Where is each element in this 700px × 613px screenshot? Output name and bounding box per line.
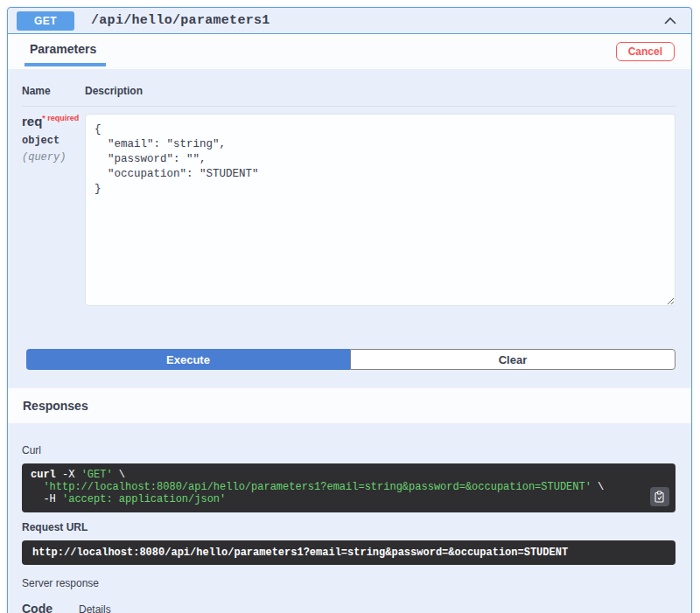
- method-badge: GET: [17, 11, 74, 31]
- parameter-description-cell: { "email": "string", "password": "", "oc…: [85, 114, 676, 310]
- server-response-table-header: Code Details: [22, 602, 676, 613]
- operation-summary[interactable]: GET /api/hello/parameters1: [8, 8, 691, 34]
- tab-bar: Parameters Cancel: [8, 34, 691, 69]
- clear-button[interactable]: Clear: [350, 349, 676, 370]
- curl-line-1: curl -X 'GET' \: [31, 469, 646, 481]
- execute-wrapper: Execute Clear: [26, 349, 676, 370]
- parameter-value-textarea[interactable]: { "email": "string", "password": "", "oc…: [85, 114, 676, 306]
- parameter-name-cell: req* required object (query): [22, 114, 85, 310]
- parameter-name: req* required: [22, 114, 85, 129]
- cancel-button[interactable]: Cancel: [616, 42, 675, 61]
- curl-label: Curl: [22, 444, 676, 456]
- chevron-up-icon[interactable]: [663, 17, 677, 25]
- tab-parameters[interactable]: Parameters: [24, 34, 106, 66]
- parameter-location: (query): [22, 151, 85, 164]
- execute-button[interactable]: Execute: [26, 349, 350, 370]
- parameters-section: Name Description req* required object (q…: [8, 69, 691, 388]
- responses-title: Responses: [23, 399, 88, 413]
- copy-to-clipboard-button[interactable]: [650, 487, 669, 506]
- operation-block-get: GET /api/hello/parameters1 Parameters Ca…: [7, 7, 692, 613]
- responses-section-header: Responses: [8, 388, 691, 423]
- server-response-label: Server response: [22, 577, 676, 589]
- column-header-details: Details: [79, 603, 111, 613]
- column-header-description: Description: [85, 85, 143, 97]
- clipboard-icon: [654, 491, 666, 503]
- curl-line-2: 'http://localhost:8080/api/hello/paramet…: [31, 481, 646, 493]
- responses-inner: Curl curl -X 'GET' \ 'http://localhost:8…: [8, 423, 691, 613]
- endpoint-path: /api/hello/parameters1: [91, 13, 270, 28]
- curl-command-block: curl -X 'GET' \ 'http://localhost:8080/a…: [22, 463, 676, 512]
- parameter-type: object: [22, 135, 85, 147]
- required-marker: * required: [42, 114, 79, 122]
- request-url-label: Request URL: [22, 521, 676, 533]
- curl-line-3: -H 'accept: application/json': [31, 493, 646, 505]
- column-header-name: Name: [22, 85, 85, 97]
- parameters-table-header: Name Description: [22, 85, 676, 107]
- column-header-code: Code: [22, 602, 79, 613]
- parameter-row: req* required object (query) { "email": …: [22, 107, 676, 310]
- request-url-value: http://localhost:8080/api/hello/paramete…: [22, 540, 676, 565]
